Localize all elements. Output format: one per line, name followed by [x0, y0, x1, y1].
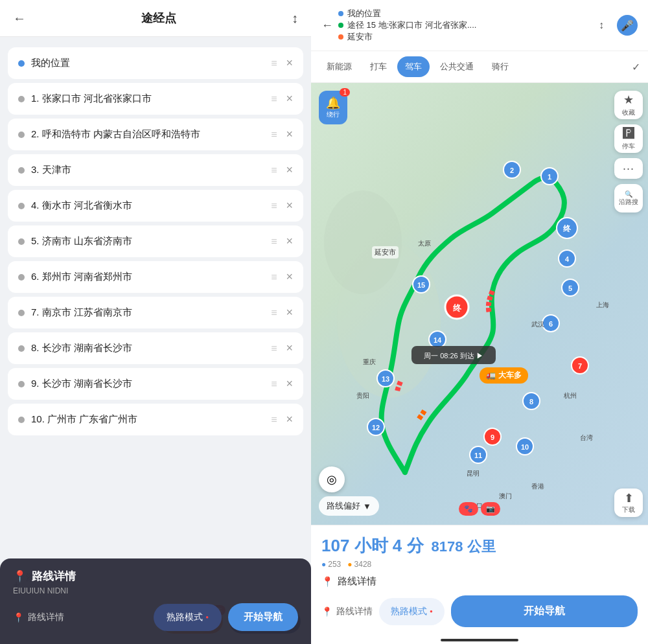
svg-text:8: 8	[529, 398, 533, 406]
list-item[interactable]: 8. 长沙市 湖南省长沙市 ≡ ×	[8, 332, 303, 364]
bottom-popup: 📍 路线详情 EIUUIUN NIDNI 📍 路线详情 熟路模式 ● 开始导航	[0, 558, 311, 644]
remove-waypoint-button[interactable]: ×	[286, 56, 293, 70]
familiar-mode-button[interactable]: 熟路模式 ●	[154, 604, 222, 631]
speed-camera-badge[interactable]: 📷	[481, 502, 500, 516]
route-icon: 📍	[13, 569, 27, 583]
remove-waypoint-button[interactable]: ×	[286, 341, 293, 355]
svg-text:5: 5	[568, 284, 572, 292]
truck-badge: 🚛 大车多	[480, 367, 528, 384]
list-item[interactable]: 9. 长沙市 湖南省长沙市 ≡ ×	[8, 368, 303, 400]
location-center-button[interactable]: ◎	[319, 466, 345, 492]
time-distance-row: 107 小时 4 分 8178 公里	[321, 535, 638, 557]
chevron-down-icon: ▼	[363, 501, 371, 511]
svg-text:11: 11	[474, 452, 482, 459]
end-location-label: 延安市	[347, 31, 373, 43]
map-background: 1 2 终 4 5 6 7	[311, 83, 648, 525]
tab-more-button[interactable]: ✓	[632, 61, 640, 73]
waypoints-list: 我的位置 ≡ × 1. 张家口市 河北省张家口市 ≡ × 2. 呼和浩特市 内蒙…	[0, 37, 311, 566]
list-item[interactable]: 7. 南京市 江苏省南京市 ≡ ×	[8, 297, 303, 328]
remove-waypoint-button[interactable]: ×	[286, 128, 293, 141]
location-row-end: 延安市	[338, 31, 586, 43]
start-navigation-button[interactable]: 开始导航	[451, 595, 638, 627]
cost-row: ● 253 ● 3428	[321, 560, 638, 569]
list-item[interactable]: 4. 衡水市 河北省衡水市 ≡ ×	[8, 190, 303, 222]
svg-text:15: 15	[417, 281, 425, 289]
sort-button[interactable]: ↕	[591, 15, 612, 36]
svg-text:太原: 太原	[418, 240, 431, 247]
more-options-button[interactable]: ···	[614, 158, 643, 179]
familiar-mode-dot: ●	[430, 608, 433, 614]
svg-text:12: 12	[372, 424, 380, 431]
svg-text:重庆: 重庆	[363, 358, 376, 365]
start-navigation-button[interactable]: 开始导航	[228, 603, 298, 631]
list-item[interactable]: 2. 呼和浩特市 内蒙古自治区呼和浩特市 ≡ ×	[8, 119, 303, 150]
remove-waypoint-button[interactable]: ×	[286, 270, 293, 284]
remove-waypoint-button[interactable]: ×	[286, 413, 293, 426]
sort-icon[interactable]: ↕	[292, 11, 298, 26]
tab-new-energy[interactable]: 新能源	[319, 56, 360, 77]
route-loc-dot	[338, 23, 343, 28]
svg-text:1: 1	[548, 173, 551, 181]
yanan-city-label: 延安市	[372, 246, 399, 259]
tab-transit[interactable]: 公共交通	[432, 56, 481, 77]
estimated-time: 107 小时 4 分	[321, 535, 424, 557]
download-button[interactable]: ⬆ 下载	[614, 489, 643, 517]
map-area[interactable]: 1 2 终 4 5 6 7	[311, 83, 648, 525]
waypoint-label: 10. 广州市 广东省广州市	[31, 413, 264, 426]
header-right-icons: ↕ 🎤	[591, 15, 638, 36]
remove-waypoint-button[interactable]: ×	[286, 199, 293, 213]
remove-waypoint-button[interactable]: ×	[286, 235, 293, 248]
paw-badge[interactable]: 🐾	[459, 502, 478, 516]
familiar-mode-button[interactable]: 熟路模式 ●	[379, 598, 445, 625]
svg-text:14: 14	[434, 336, 442, 344]
bottom-info-panel: 107 小时 4 分 8178 公里 ● 253 ● 3428 📍 路线详情 📍…	[311, 525, 648, 634]
tab-taxi[interactable]: 打车	[362, 56, 395, 77]
route-detail-label: 路线详情	[338, 575, 376, 588]
back-button[interactable]: ←	[321, 19, 333, 32]
route-detail-link[interactable]: 📍 路线详情	[321, 606, 373, 617]
favorites-button[interactable]: ★ 收藏	[614, 91, 643, 119]
list-item[interactable]: 5. 济南市 山东省济南市 ≡ ×	[8, 225, 303, 257]
drag-icon: ≡	[271, 271, 277, 283]
fuel-cost: ● 3428	[347, 560, 371, 569]
map-route-svg: 1 2 终 4 5 6 7	[311, 83, 648, 525]
total-distance: 8178 公里	[432, 537, 496, 557]
popup-bottom-row: 📍 路线详情 熟路模式 ● 开始导航	[13, 603, 298, 631]
waypoint-dot	[18, 203, 25, 209]
list-item[interactable]: 6. 郑州市 河南省郑州市 ≡ ×	[8, 261, 303, 293]
remove-waypoint-button[interactable]: ×	[286, 163, 293, 177]
paw-icons: 🐾 📷	[459, 502, 500, 516]
waypoint-dot	[18, 310, 25, 316]
svg-text:杭州: 杭州	[563, 392, 577, 399]
favorites-label: 收藏	[622, 108, 635, 117]
parking-button[interactable]: 🅿 停车	[614, 124, 643, 153]
svg-text:武汉: 武汉	[531, 321, 544, 328]
waypoint-current[interactable]: 我的位置 ≡ ×	[8, 47, 303, 79]
remove-waypoint-button[interactable]: ×	[286, 306, 293, 319]
waypoint-dot	[18, 274, 25, 281]
current-loc-dot	[338, 11, 343, 16]
svg-text:13: 13	[382, 375, 389, 383]
waypoint-dot	[18, 167, 25, 174]
route-preference-button[interactable]: 路线偏好 ▼	[319, 496, 379, 516]
tab-drive[interactable]: 驾车	[397, 56, 430, 77]
tab-bike[interactable]: 骑行	[484, 56, 516, 77]
back-button[interactable]: ←	[13, 11, 26, 26]
search-along-route-button[interactable]: 🔍 沿路搜	[614, 184, 643, 213]
location-info: 我的位置 途径 15 地:张家口市 河北省张家.... 延安市	[338, 8, 586, 43]
svg-text:6: 6	[549, 320, 553, 328]
svg-text:9: 9	[491, 433, 494, 441]
map-notification[interactable]: 🔔 绕行 1	[319, 91, 347, 124]
svg-text:上海: 上海	[596, 301, 609, 308]
list-item[interactable]: 10. 广州市 广东省广州市 ≡ ×	[8, 404, 303, 435]
svg-text:台湾: 台湾	[580, 434, 593, 441]
remove-waypoint-button[interactable]: ×	[286, 92, 293, 106]
svg-text:贵阳: 贵阳	[356, 392, 369, 399]
svg-text:2: 2	[510, 167, 514, 174]
voice-button[interactable]: 🎤	[617, 15, 638, 36]
remove-waypoint-button[interactable]: ×	[286, 377, 293, 391]
waypoint-label: 5. 济南市 山东省济南市	[31, 235, 264, 247]
list-item[interactable]: 1. 张家口市 河北省张家口市 ≡ ×	[8, 83, 303, 115]
list-item[interactable]: 3. 天津市 ≡ ×	[8, 154, 303, 186]
route-detail-icon: 📍	[321, 576, 334, 588]
